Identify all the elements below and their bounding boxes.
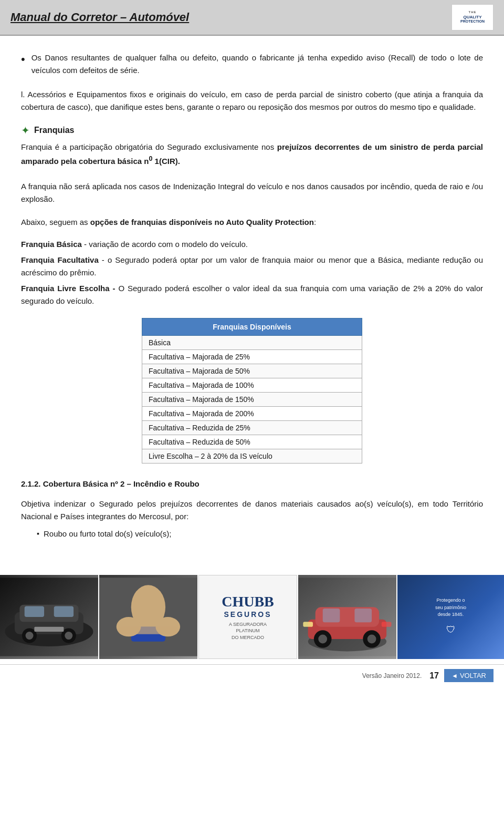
table-row: Facultativa – Majorada de 100% bbox=[142, 378, 362, 393]
svg-rect-27 bbox=[303, 622, 313, 626]
footer-img-handshake bbox=[99, 575, 197, 659]
svg-point-25 bbox=[319, 635, 328, 644]
table-header-row: Franquias Disponíveis bbox=[142, 318, 362, 336]
table-row: Básica bbox=[142, 336, 362, 350]
table-cell: Facultativa – Reduzida de 50% bbox=[142, 435, 362, 449]
table-cell: Facultativa – Majorada de 25% bbox=[142, 350, 362, 364]
chubb-tagline: A SEGURADORAPLATINUMDO MERCADO bbox=[222, 621, 274, 641]
sub-bullet-marker-1: ▪ bbox=[37, 529, 39, 538]
header-title: Manual do Corretor – Automóvel bbox=[10, 11, 189, 24]
table-cell: Facultativa – Majorada de 200% bbox=[142, 407, 362, 421]
section-i-label: l. bbox=[21, 90, 25, 99]
table-cell: Facultativa – Majorada de 150% bbox=[142, 393, 362, 407]
franquia-type-facultativa: Franquia Facultativa - o Segurado poderá… bbox=[21, 254, 483, 279]
svg-point-26 bbox=[368, 635, 376, 644]
footer-img-car-front bbox=[0, 575, 98, 659]
franquias-body: Franquia é a participação obrigatória do… bbox=[21, 141, 483, 205]
chubb-subtitle: SEGUROS bbox=[222, 610, 274, 619]
svg-rect-5 bbox=[54, 606, 74, 617]
svg-rect-16 bbox=[119, 627, 177, 634]
vintage-car-svg bbox=[298, 575, 396, 659]
table-cell: Livre Escolha – 2 à 20% da IS veículo bbox=[142, 449, 362, 464]
chubb-name: CHUBB bbox=[222, 593, 274, 610]
options-para: Abaixo, seguem as opções de franquias di… bbox=[21, 216, 483, 229]
page-number: 17 bbox=[429, 671, 439, 681]
table-row: Facultativa – Majorada de 50% bbox=[142, 364, 362, 378]
section-i-body: Acessórios e Equipamentos fixos e origin… bbox=[21, 90, 483, 111]
logo-quality: QUALITY bbox=[463, 15, 481, 20]
section-i-text: l. Acessórios e Equipamentos fixos e ori… bbox=[21, 88, 483, 114]
objective-para: Objetiva indenizar o Segurado pelos prej… bbox=[21, 498, 483, 523]
back-arrow-icon: ◄ bbox=[452, 672, 458, 679]
franquias-section: ✦ Franquias Franquia é a participação ob… bbox=[21, 124, 483, 205]
header-logo: THE QUALITY PROTECTION bbox=[452, 4, 494, 30]
bullet-marker-1: • bbox=[21, 53, 25, 66]
franquias-bold: prejuízos decorrentes de um sinistro de … bbox=[21, 142, 483, 166]
franquia-type-basica: Franquia Básica - variação de acordo com… bbox=[21, 238, 483, 251]
section-212-heading: 2.1.2. Cobertura Básica nº 2 – Incêndio … bbox=[21, 479, 483, 488]
footer-img-vintage-car bbox=[298, 575, 396, 659]
shield-icon: 🛡 bbox=[435, 623, 466, 637]
footer-image-area: CHUBB SEGUROS A SEGURADORAPLATINUMDO MER… bbox=[0, 575, 504, 659]
protected-text: Protegendo oseu patrimôniodesde 1845. 🛡 bbox=[430, 592, 471, 642]
table-row: Livre Escolha – 2 à 20% da IS veículo bbox=[142, 449, 362, 464]
svg-rect-4 bbox=[25, 606, 44, 617]
franquias-header: ✦ Franquias bbox=[21, 124, 483, 137]
table-cell: Facultativa – Majorada de 100% bbox=[142, 378, 362, 393]
svg-point-8 bbox=[26, 632, 34, 640]
table-cell: Facultativa – Majorada de 50% bbox=[142, 364, 362, 378]
table-row: Facultativa – Majorada de 200% bbox=[142, 407, 362, 421]
franquias-title: Franquias bbox=[34, 126, 74, 135]
table-cell: Facultativa – Reduzida de 25% bbox=[142, 421, 362, 435]
table-row: Facultativa – Reduzida de 25% bbox=[142, 421, 362, 435]
handshake-svg bbox=[99, 575, 197, 659]
franquia-type-livre: Franquia Livre Escolha - O Segurado pode… bbox=[21, 282, 483, 307]
chubb-content: CHUBB SEGUROS A SEGURADORAPLATINUMDO MER… bbox=[216, 588, 279, 646]
section-i: l. Acessórios e Equipamentos fixos e ori… bbox=[21, 88, 483, 114]
table-row: Facultativa – Reduzida de 50% bbox=[142, 435, 362, 449]
logo-the: THE bbox=[469, 11, 477, 14]
table-row: Facultativa – Majorada de 150% bbox=[142, 393, 362, 407]
franquia-livre-bold: Franquia Livre Escolha - bbox=[21, 284, 116, 293]
footer-img-chubb: CHUBB SEGUROS A SEGURADORAPLATINUMDO MER… bbox=[198, 575, 298, 659]
back-button[interactable]: ◄ VOLTAR bbox=[444, 669, 494, 682]
back-button-label: VOLTAR bbox=[460, 672, 486, 679]
franquia-facultativa-bold: Franquia Facultativa bbox=[21, 255, 99, 264]
footer-img-protected: Protegendo oseu patrimôniodesde 1845. 🛡 bbox=[397, 575, 504, 659]
svg-rect-21 bbox=[323, 609, 340, 622]
franquias-table-container: Franquias Disponíveis Básica Facultativa… bbox=[21, 318, 483, 464]
sub-bullet-text-1: Roubo ou furto total do(s) veículo(s); bbox=[44, 529, 171, 538]
sub-bullet-section: ▪ Roubo ou furto total do(s) veículo(s); bbox=[37, 529, 483, 538]
franquias-table: Franquias Disponíveis Básica Facultativa… bbox=[142, 318, 362, 464]
table-cell: Básica bbox=[142, 336, 362, 350]
page-footer: Versão Janeiro 2012. 17 ◄ VOLTAR bbox=[0, 664, 504, 686]
svg-rect-22 bbox=[355, 609, 372, 622]
main-content: • Os Danos resultantes de qualquer falha… bbox=[0, 36, 504, 559]
franquia-basica-bold: Franquia Básica bbox=[21, 240, 82, 249]
table-row: Facultativa – Majorada de 25% bbox=[142, 350, 362, 364]
bullet-section-1: • Os Danos resultantes de qualquer falha… bbox=[21, 52, 483, 77]
franquias-icon: ✦ bbox=[21, 124, 30, 137]
table-header-cell: Franquias Disponíveis bbox=[142, 318, 362, 336]
franquias-para2: A franquia não será aplicada nos casos d… bbox=[21, 182, 483, 203]
bullet-text-1: Os Danos resultantes de qualquer falha o… bbox=[32, 52, 483, 77]
svg-point-9 bbox=[65, 632, 72, 640]
sub-bullet-1: ▪ Roubo ou furto total do(s) veículo(s); bbox=[37, 529, 483, 538]
svg-rect-10 bbox=[34, 627, 64, 632]
table-body: Básica Facultativa – Majorada de 25% Fac… bbox=[142, 336, 362, 464]
car-front-svg bbox=[0, 575, 98, 659]
table-header: Franquias Disponíveis bbox=[142, 318, 362, 336]
version-label: Versão Janeiro 2012. bbox=[10, 672, 422, 679]
logo-protection: PROTECTION bbox=[460, 19, 485, 24]
options-bold: opções de franquias disponíveis no Auto … bbox=[90, 218, 314, 226]
page-header: Manual do Corretor – Automóvel THE QUALI… bbox=[0, 0, 504, 36]
svg-rect-28 bbox=[382, 622, 392, 626]
